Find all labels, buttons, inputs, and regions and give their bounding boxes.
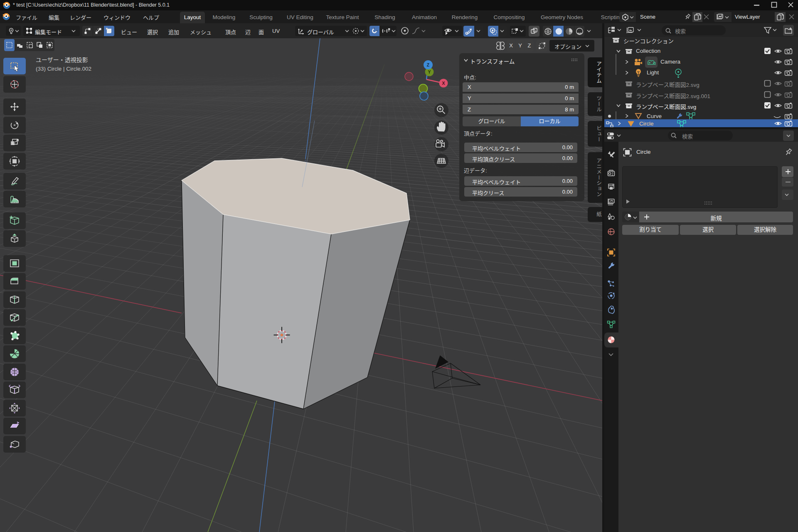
- svg-text:Y: Y: [428, 69, 431, 74]
- svg-text:X: X: [442, 81, 445, 86]
- svg-text:Z: Z: [427, 62, 430, 67]
